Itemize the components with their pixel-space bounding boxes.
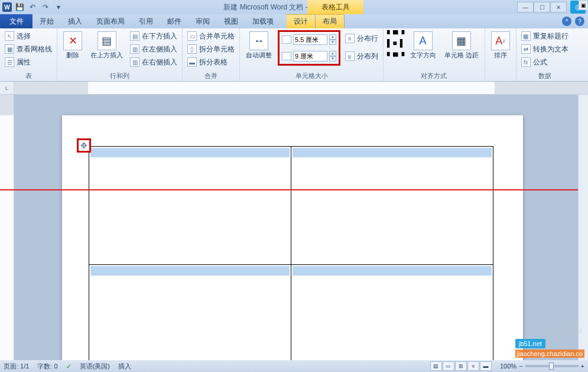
minimize-button[interactable]: —: [517, 2, 534, 12]
word-count[interactable]: 字数: 0: [37, 362, 57, 371]
align-mr-button[interactable]: ▐: [398, 39, 403, 47]
page-indicator[interactable]: 页面: 1/1: [4, 362, 29, 371]
table-row[interactable]: ↲ ↲: [89, 147, 493, 265]
table-move-handle[interactable]: ✥: [77, 138, 91, 153]
print-layout-view-button[interactable]: ▤: [430, 361, 442, 371]
text-direction-button[interactable]: A文字方向: [408, 30, 438, 60]
zoom-level[interactable]: 100%: [500, 363, 516, 370]
outline-view-button[interactable]: ≡: [467, 361, 479, 371]
draft-view-button[interactable]: ▬: [480, 361, 492, 371]
undo-icon[interactable]: ↶: [27, 2, 38, 12]
page[interactable]: ↲ ↲ ↲ ↲: [62, 115, 523, 360]
align-br-button[interactable]: ▗: [399, 48, 404, 56]
insert-left-button[interactable]: ▥在左侧插入: [129, 43, 178, 55]
width-up-button[interactable]: ▲: [329, 51, 336, 56]
quick-access-toolbar: W 💾 ↶ ↷ ▾: [2, 2, 64, 12]
row-height-spinner[interactable]: ▲▼: [282, 34, 336, 45]
sort-icon: AZ: [491, 31, 510, 50]
document-table[interactable]: ↲ ↲ ↲ ↲: [89, 146, 493, 360]
tab-page-layout[interactable]: 页面布局: [89, 14, 132, 28]
tab-insert[interactable]: 插入: [61, 14, 89, 28]
tab-home[interactable]: 开始: [33, 14, 61, 28]
zoom-slider[interactable]: [525, 365, 579, 367]
tab-table-design[interactable]: 设计: [287, 14, 315, 28]
align-bl-button[interactable]: ▖: [387, 48, 392, 56]
split-cells-button[interactable]: ▯拆分单元格: [186, 43, 236, 55]
autofit-button[interactable]: ↔自动调整: [243, 30, 274, 60]
align-tc-button[interactable]: ▀: [393, 30, 398, 38]
row-height-input[interactable]: [293, 34, 327, 45]
align-tl-button[interactable]: ▘: [387, 30, 392, 38]
formula-button[interactable]: fx公式: [520, 56, 570, 68]
cell-margins-icon: ▦: [452, 31, 471, 50]
zoom-in-button[interactable]: +: [581, 363, 584, 370]
insert-mode[interactable]: 插入: [118, 362, 131, 371]
language-indicator[interactable]: 英语(美国): [80, 362, 110, 371]
save-icon[interactable]: 💾: [14, 2, 25, 12]
table-row[interactable]: ↲ ↲: [89, 265, 493, 361]
close-button[interactable]: ✕: [550, 2, 567, 12]
tab-file[interactable]: 文件: [0, 14, 33, 28]
group-label-table: 表: [25, 72, 32, 81]
col-width-spinner[interactable]: ▲▼: [282, 51, 336, 62]
convert-to-text-button[interactable]: ⇄转换为文本: [520, 43, 570, 55]
group-table: ↖选择 ▦查看网格线 ☰属性 表: [0, 28, 57, 81]
repeat-header-button[interactable]: ▦重复标题行: [520, 30, 570, 42]
align-ml-button[interactable]: ▌: [387, 39, 392, 47]
word-app-icon[interactable]: W: [2, 2, 12, 12]
vertical-scrollbar[interactable]: [578, 95, 588, 360]
table-cell[interactable]: ↲: [291, 147, 493, 265]
table-cell[interactable]: ↲: [89, 147, 291, 265]
insert-right-button[interactable]: ▥在右侧插入: [129, 56, 178, 68]
merge-cells-button[interactable]: ▭合并单元格: [186, 30, 236, 42]
align-mc-button[interactable]: ■: [393, 39, 397, 47]
col-width-icon: [282, 52, 291, 60]
spellcheck-icon[interactable]: ✓: [66, 363, 72, 370]
tab-table-layout[interactable]: 布局: [315, 14, 345, 28]
web-layout-view-button[interactable]: ⊞: [455, 361, 467, 371]
tab-addins[interactable]: 加载项: [245, 14, 281, 28]
cell-margins-button[interactable]: ▦单元格 边距: [442, 30, 481, 60]
help-icon[interactable]: ?: [575, 17, 584, 26]
ruler-toggle-button[interactable]: ▣: [579, 1, 588, 10]
insert-above-button[interactable]: ▤在上方插入: [88, 30, 125, 60]
table-cell[interactable]: ↲: [291, 265, 493, 361]
delete-button[interactable]: ✕删除: [61, 30, 85, 60]
maximize-button[interactable]: ☐: [534, 2, 550, 12]
split-table-button[interactable]: ▬拆分表格: [186, 56, 236, 68]
select-button[interactable]: ↖选择: [4, 30, 53, 42]
tab-mailings[interactable]: 邮件: [160, 14, 189, 28]
fullscreen-reading-view-button[interactable]: ▭: [443, 361, 454, 371]
split-cells-icon: ▯: [187, 44, 197, 54]
tab-references[interactable]: 引用: [132, 14, 160, 28]
redo-icon[interactable]: ↷: [40, 2, 51, 12]
minimize-ribbon-icon[interactable]: ^: [562, 17, 571, 26]
tab-review[interactable]: 审阅: [189, 14, 217, 28]
tab-view[interactable]: 视图: [217, 14, 245, 28]
group-sort: AZ排序: [485, 28, 516, 81]
height-down-button[interactable]: ▼: [329, 40, 336, 45]
ruler-corner[interactable]: L: [0, 82, 14, 94]
zoom-out-button[interactable]: −: [519, 363, 522, 370]
width-down-button[interactable]: ▼: [329, 56, 336, 62]
group-label-data: 数据: [538, 72, 551, 81]
insert-col-right-icon: ▥: [130, 57, 139, 67]
text-direction-icon: A: [414, 31, 433, 50]
vertical-ruler[interactable]: [0, 95, 14, 360]
horizontal-ruler[interactable]: [14, 82, 588, 94]
align-tr-button[interactable]: ▝: [399, 30, 404, 38]
height-up-button[interactable]: ▲: [329, 34, 336, 40]
distribute-rows-button[interactable]: ≡分布行: [344, 33, 379, 44]
qat-dropdown-icon[interactable]: ▾: [53, 2, 64, 12]
properties-button[interactable]: ☰属性: [4, 56, 53, 68]
distribute-cols-button[interactable]: ⫼分布列: [344, 50, 379, 62]
autofit-icon: ↔: [249, 31, 268, 50]
insert-below-button[interactable]: ▤在下方插入: [129, 30, 178, 42]
sort-button[interactable]: AZ排序: [489, 30, 512, 60]
group-rows-cols: ✕删除 ▤在上方插入 ▤在下方插入 ▥在左侧插入 ▥在右侧插入 行和列: [57, 28, 183, 81]
table-cell[interactable]: ↲: [89, 265, 291, 361]
context-tab-header: 表格工具: [307, 0, 363, 14]
col-width-input[interactable]: [293, 51, 327, 62]
view-gridlines-button[interactable]: ▦查看网格线: [4, 43, 53, 55]
align-bc-button[interactable]: ▄: [393, 48, 398, 56]
